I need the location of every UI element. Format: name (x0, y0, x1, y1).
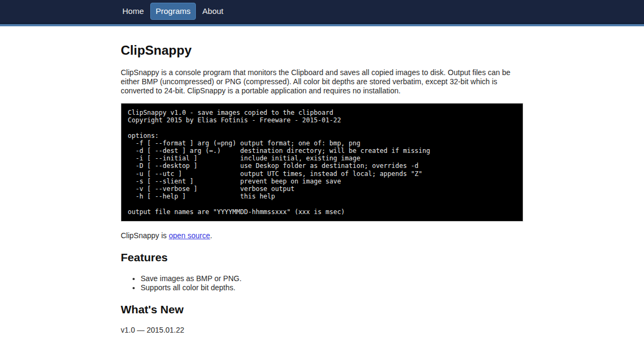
feature-list: Save images as BMP or PNG. Supports all … (121, 274, 523, 292)
open-source-suffix: . (210, 231, 213, 240)
open-source-prefix: ClipSnappy is (121, 231, 169, 240)
navbar: Home Programs About (0, 0, 644, 24)
console-output-block: ClipSnappy v1.0 - save images copied to … (121, 103, 523, 222)
features-heading: Features (121, 251, 523, 264)
nav-item-home[interactable]: Home (117, 3, 149, 20)
whats-new-heading: What's New (121, 303, 523, 316)
version-entry: v1.0 — 2015.01.22 (121, 326, 523, 335)
list-item: Supports all color bit depths. (141, 283, 523, 292)
open-source-line: ClipSnappy is open source. (121, 231, 523, 240)
navbar-inner: Home Programs About (116, 0, 519, 23)
page-title: ClipSnappy (121, 44, 523, 57)
open-source-link[interactable]: open source (169, 231, 210, 240)
nav-item-about[interactable]: About (197, 3, 229, 20)
nav-item-programs[interactable]: Programs (150, 3, 196, 20)
page-content: ClipSnappy ClipSnappy is a console progr… (121, 44, 523, 335)
intro-paragraph: ClipSnappy is a console program that mon… (121, 68, 523, 95)
list-item: Save images as BMP or PNG. (141, 274, 523, 283)
navbar-accent (0, 24, 644, 26)
